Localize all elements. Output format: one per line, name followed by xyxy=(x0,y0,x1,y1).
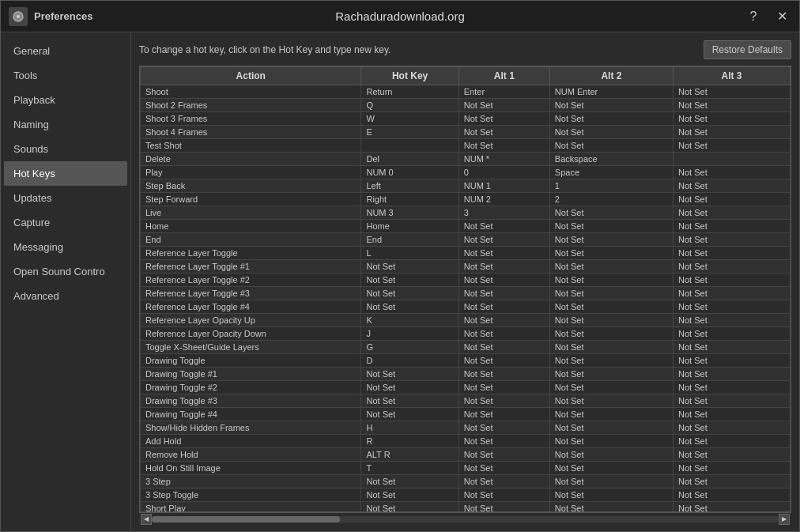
hotkey-cell-2[interactable]: Not Set xyxy=(458,448,549,462)
hotkey-cell-3[interactable]: Not Set xyxy=(549,327,673,341)
table-row[interactable]: Shoot 3 FramesWNot SetNot SetNot Set xyxy=(141,112,791,126)
hotkey-cell-1[interactable]: Q xyxy=(361,99,458,112)
hotkey-cell-4[interactable]: Not Set xyxy=(674,502,791,513)
hotkey-cell-3[interactable]: Not Set xyxy=(549,394,673,408)
hotkey-cell-2[interactable]: Not Set xyxy=(458,247,549,260)
hotkey-cell-2[interactable]: Not Set xyxy=(458,300,549,314)
close-button[interactable]: ✕ xyxy=(772,7,791,26)
hotkey-cell-1[interactable]: W xyxy=(361,112,458,126)
table-row[interactable]: EndEndNot SetNot SetNot Set xyxy=(141,233,791,247)
hotkeys-table-container[interactable]: Action Hot Key Alt 1 Alt 2 Alt 3 ShootRe… xyxy=(139,66,791,512)
hotkey-cell-1[interactable]: Home xyxy=(361,220,458,233)
hotkey-cell-1[interactable]: Not Set xyxy=(361,381,458,394)
hotkey-cell-1[interactable]: G xyxy=(361,341,458,354)
hotkey-cell-2[interactable]: Not Set xyxy=(458,260,549,274)
hotkey-cell-1[interactable]: Not Set xyxy=(361,300,458,314)
table-row[interactable]: DeleteDelNUM *Backspace xyxy=(141,153,791,166)
hotkey-cell-3[interactable]: Not Set xyxy=(549,220,673,233)
hotkey-cell-1[interactable]: L xyxy=(361,247,458,260)
hotkey-cell-3[interactable]: Not Set xyxy=(549,408,673,421)
hotkey-cell-2[interactable]: Not Set xyxy=(458,421,549,435)
hotkey-cell-4[interactable]: Not Set xyxy=(674,166,791,179)
hotkey-cell-1[interactable]: NUM 3 xyxy=(361,206,458,220)
hotkey-cell-1[interactable]: K xyxy=(361,314,458,327)
hotkey-cell-3[interactable]: Not Set xyxy=(549,247,673,260)
hotkey-cell-3[interactable]: Not Set xyxy=(549,489,673,502)
hotkey-cell-2[interactable]: Not Set xyxy=(458,112,549,126)
horizontal-scrollbar[interactable]: ◀ ▶ xyxy=(139,512,791,525)
table-row[interactable]: Short PlayNot SetNot SetNot SetNot Set xyxy=(141,502,791,513)
hotkey-cell-4[interactable]: Not Set xyxy=(674,462,791,475)
table-row[interactable]: LiveNUM 33Not SetNot Set xyxy=(141,206,791,220)
hotkey-cell-3[interactable]: Not Set xyxy=(549,233,673,247)
scroll-right-arrow[interactable]: ▶ xyxy=(779,514,790,525)
hotkey-cell-2[interactable]: Not Set xyxy=(458,368,549,381)
restore-defaults-button[interactable]: Restore Defaults xyxy=(704,40,791,59)
hotkey-cell-3[interactable]: Not Set xyxy=(549,421,673,435)
hotkey-cell-1[interactable]: R xyxy=(361,435,458,448)
hotkey-cell-3[interactable]: Not Set xyxy=(549,354,673,368)
table-row[interactable]: Reference Layer Toggle #3Not SetNot SetN… xyxy=(141,287,791,300)
table-row[interactable]: Hold On Still ImageTNot SetNot SetNot Se… xyxy=(141,462,791,475)
table-row[interactable]: Reference Layer ToggleLNot SetNot SetNot… xyxy=(141,247,791,260)
hotkey-cell-3[interactable]: Not Set xyxy=(549,126,673,139)
sidebar-item-naming[interactable]: Naming xyxy=(4,112,127,137)
table-row[interactable]: ShootReturnEnterNUM EnterNot Set xyxy=(141,85,791,99)
hotkey-cell-2[interactable]: Not Set xyxy=(458,489,549,502)
sidebar-item-capture[interactable]: Capture xyxy=(4,210,127,235)
hotkey-cell-2[interactable]: Not Set xyxy=(458,327,549,341)
table-row[interactable]: Reference Layer Opacity DownJNot SetNot … xyxy=(141,327,791,341)
hotkey-cell-3[interactable]: NUM Enter xyxy=(549,85,673,99)
hotkey-cell-3[interactable]: Not Set xyxy=(549,341,673,354)
table-row[interactable]: Shoot 4 FramesENot SetNot SetNot Set xyxy=(141,126,791,139)
table-row[interactable]: Drawing Toggle #3Not SetNot SetNot SetNo… xyxy=(141,394,791,408)
hotkey-cell-4[interactable]: Not Set xyxy=(674,421,791,435)
hotkey-cell-1[interactable]: Del xyxy=(361,153,458,166)
hotkey-cell-2[interactable]: Not Set xyxy=(458,287,549,300)
hotkey-cell-4[interactable]: Not Set xyxy=(674,300,791,314)
table-row[interactable]: Drawing Toggle #1Not SetNot SetNot SetNo… xyxy=(141,368,791,381)
hotkey-cell-2[interactable]: Not Set xyxy=(458,314,549,327)
scroll-thumb[interactable] xyxy=(152,516,340,523)
hotkey-cell-3[interactable]: Not Set xyxy=(549,368,673,381)
hotkey-cell-3[interactable]: Not Set xyxy=(549,99,673,112)
hotkey-cell-1[interactable]: Not Set xyxy=(361,274,458,287)
sidebar-item-hotkeys[interactable]: Hot Keys xyxy=(4,161,127,186)
sidebar-item-general[interactable]: General xyxy=(4,39,127,63)
hotkey-cell-3[interactable]: Not Set xyxy=(549,112,673,126)
table-row[interactable]: Add HoldRNot SetNot SetNot Set xyxy=(141,435,791,448)
hotkey-cell-1[interactable]: Left xyxy=(361,179,458,193)
hotkey-cell-3[interactable]: Not Set xyxy=(549,448,673,462)
hotkey-cell-2[interactable]: Not Set xyxy=(458,139,549,153)
hotkey-cell-4[interactable]: Not Set xyxy=(674,233,791,247)
hotkey-cell-1[interactable]: Not Set xyxy=(361,502,458,513)
table-row[interactable]: Show/Hide Hidden FramesHNot SetNot SetNo… xyxy=(141,421,791,435)
hotkey-cell-1[interactable]: Not Set xyxy=(361,475,458,489)
hotkey-cell-3[interactable]: Not Set xyxy=(549,475,673,489)
help-button[interactable]: ? xyxy=(744,7,763,26)
hotkey-cell-2[interactable]: Not Set xyxy=(458,381,549,394)
hotkey-cell-4[interactable]: Not Set xyxy=(674,126,791,139)
hotkey-cell-4[interactable]: Not Set xyxy=(674,85,791,99)
hotkey-cell-1[interactable]: Not Set xyxy=(361,368,458,381)
hotkey-cell-1[interactable]: H xyxy=(361,421,458,435)
hotkey-cell-2[interactable]: Not Set xyxy=(458,274,549,287)
hotkey-cell-4[interactable]: Not Set xyxy=(674,139,791,153)
hotkey-cell-1[interactable]: T xyxy=(361,462,458,475)
hotkey-cell-2[interactable]: Enter xyxy=(458,85,549,99)
hotkey-cell-4[interactable]: Not Set xyxy=(674,314,791,327)
hotkey-cell-4[interactable]: Not Set xyxy=(674,206,791,220)
table-row[interactable]: Drawing Toggle #4Not SetNot SetNot SetNo… xyxy=(141,408,791,421)
hotkey-cell-3[interactable]: Space xyxy=(549,166,673,179)
table-row[interactable]: Reference Layer Toggle #2Not SetNot SetN… xyxy=(141,274,791,287)
hotkey-cell-3[interactable]: Not Set xyxy=(549,274,673,287)
table-row[interactable]: Toggle X-Sheet/Guide LayersGNot SetNot S… xyxy=(141,341,791,354)
hotkey-cell-1[interactable]: E xyxy=(361,126,458,139)
table-row[interactable]: 3 StepNot SetNot SetNot SetNot Set xyxy=(141,475,791,489)
hotkey-cell-4[interactable]: Not Set xyxy=(674,179,791,193)
table-row[interactable]: Test ShotNot SetNot SetNot Set xyxy=(141,139,791,153)
sidebar-item-messaging[interactable]: Messaging xyxy=(4,235,127,259)
hotkey-cell-2[interactable]: Not Set xyxy=(458,341,549,354)
hotkey-cell-3[interactable]: Backspace xyxy=(549,153,673,166)
scroll-track[interactable] xyxy=(152,516,779,523)
